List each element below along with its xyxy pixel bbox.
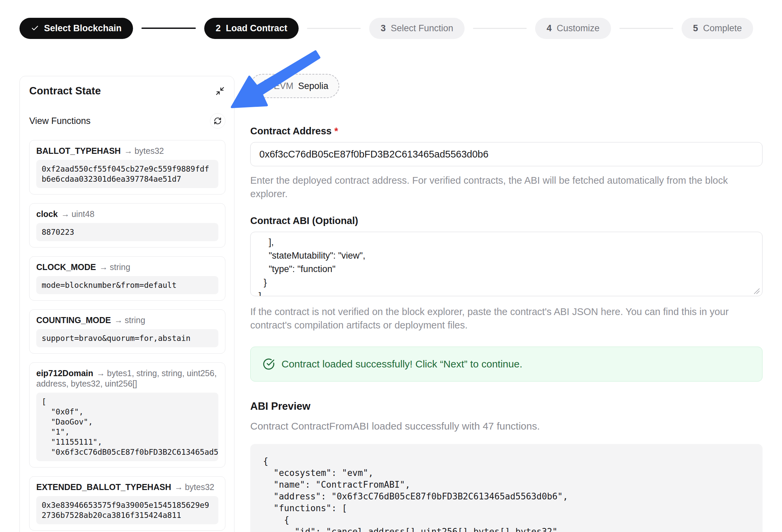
function-name: clock (36, 209, 58, 219)
step-connector (307, 28, 361, 29)
check-icon (31, 24, 39, 32)
returns-arrow: → (114, 315, 122, 325)
required-marker: * (334, 126, 338, 136)
step-select-function[interactable]: 3 Select Function (369, 18, 465, 39)
abi-preview-subtitle: Contract ContractFromABI loaded successf… (250, 421, 762, 432)
function-card-clock: clock→uint48 8870223 (29, 203, 225, 248)
abi-preview-title: ABI Preview (250, 400, 762, 413)
returns-arrow: → (97, 368, 105, 378)
refresh-button[interactable] (210, 113, 225, 129)
function-value: [ "0x0f", "DaoGov", "1", "11155111", "0x… (36, 393, 218, 461)
success-message: Contract loaded successfully! Click “Nex… (282, 358, 522, 370)
step-label: Complete (703, 23, 742, 34)
contract-abi-help: If the contract is not verified on the b… (250, 305, 754, 332)
step-number: 2 (216, 23, 221, 34)
contract-address-label: Contract Address* (250, 126, 762, 137)
step-label: Load Contract (226, 23, 287, 34)
returns-arrow: → (99, 262, 108, 272)
contract-address-input[interactable] (250, 142, 762, 166)
function-results-list: BALLOT_TYPEHASH→bytes32 0xf2aad550cf55f0… (29, 140, 225, 532)
function-name: BALLOT_TYPEHASH (36, 146, 120, 155)
contract-abi-label: Contract ABI (Optional) (250, 215, 762, 226)
function-return-type: uint48 (72, 209, 95, 219)
contract-abi-textarea[interactable]: ], "stateMutability": "view", "type": "f… (250, 232, 762, 296)
network-name: Sepolia (298, 81, 328, 91)
returns-arrow: → (124, 146, 132, 155)
function-value: mode=blocknumber&from=default (36, 276, 218, 294)
function-return-type: string (125, 315, 145, 325)
returns-arrow: → (174, 482, 183, 492)
step-label: Customize (557, 23, 600, 34)
function-value: support=bravo&quorum=for,abstain (36, 329, 218, 347)
step-complete[interactable]: 5 Complete (682, 18, 753, 39)
function-name: COUNTING_MODE (36, 315, 111, 325)
function-name: eip712Domain (36, 368, 94, 378)
resize-grip-icon[interactable] (753, 287, 760, 294)
function-card-counting-mode: COUNTING_MODE→string support=bravo&quoru… (29, 309, 225, 354)
step-load-contract[interactable]: 2 Load Contract (204, 18, 298, 39)
ethereum-icon (261, 80, 269, 92)
collapse-panel-button[interactable] (215, 86, 225, 96)
check-circle-icon (263, 358, 275, 370)
network-badge[interactable]: EVM Sepolia (250, 74, 339, 98)
view-functions-heading: View Functions (29, 116, 91, 126)
wizard-stepper: Select Blockchain 2 Load Contract 3 Sele… (20, 17, 762, 39)
load-contract-form: EVM Sepolia Contract Address* Enter the … (250, 74, 762, 532)
step-label: Select Blockchain (44, 23, 121, 34)
step-number: 4 (546, 23, 552, 34)
step-connector (141, 28, 196, 29)
step-label: Select Function (391, 23, 453, 34)
ecosystem-label: EVM (274, 81, 293, 91)
step-select-blockchain[interactable]: Select Blockchain (20, 18, 133, 39)
abi-preview-code: { "ecosystem": "evm", "name": "ContractF… (250, 444, 762, 532)
function-card-ballot-typehash: BALLOT_TYPEHASH→bytes32 0xf2aad550cf55f0… (29, 140, 225, 194)
function-name: EXTENDED_BALLOT_TYPEHASH (36, 482, 171, 492)
function-name: CLOCK_MODE (36, 262, 96, 272)
function-card-extended-ballot-typehash: EXTENDED_BALLOT_TYPEHASH→bytes32 0x3e839… (29, 476, 225, 531)
step-number: 3 (381, 23, 386, 34)
step-connector (473, 28, 527, 29)
contract-address-help: Enter the deployed contract address. For… (250, 174, 754, 201)
function-return-type: string (110, 262, 130, 272)
contract-state-panel: Contract State View Functions (20, 76, 235, 532)
function-card-eip712domain: eip712Domain→bytes1, string, string, uin… (29, 362, 225, 467)
refresh-icon (214, 117, 222, 125)
load-contract-page: Select Blockchain 2 Load Contract 3 Sele… (0, 17, 782, 532)
success-banner: Contract loaded successfully! Click “Nex… (250, 347, 762, 382)
function-card-clock-mode: CLOCK_MODE→string mode=blocknumber&from=… (29, 256, 225, 300)
function-return-type: bytes32 (134, 146, 164, 155)
step-number: 5 (693, 23, 698, 34)
function-value: 8870223 (36, 223, 218, 241)
function-value: 0xf2aad550cf55f045cb27e9c559f9889fdfb6e6… (36, 160, 218, 188)
returns-arrow: → (61, 209, 70, 219)
step-connector (619, 28, 673, 29)
function-value: 0x3e83946653575f9a39005e1545185629e92736… (36, 496, 218, 524)
minimize-icon (215, 86, 225, 96)
step-customize[interactable]: 4 Customize (535, 18, 611, 39)
panel-title: Contract State (29, 85, 101, 97)
function-return-type: bytes32 (185, 482, 214, 492)
